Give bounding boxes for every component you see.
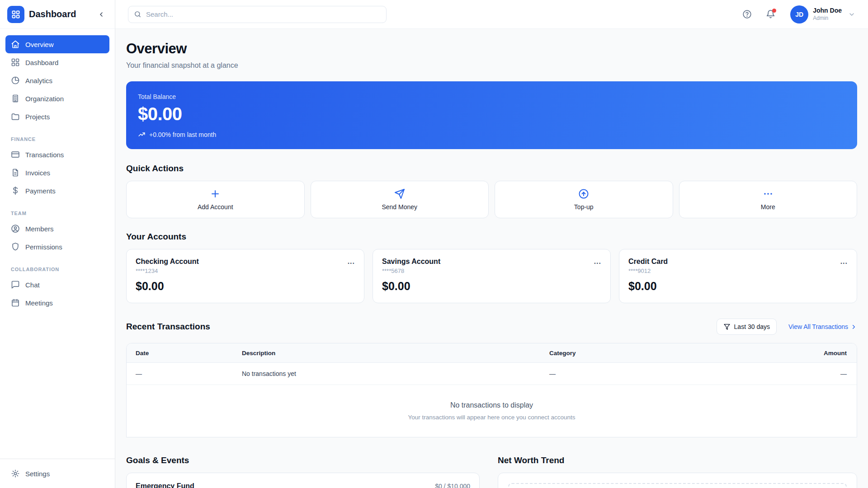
sidebar-item-label: Meetings: [25, 299, 53, 307]
empty-state-title: No transactions to display: [450, 401, 533, 409]
credit-card-icon: [11, 150, 20, 159]
send-money-button[interactable]: Send Money: [311, 181, 489, 218]
sidebar-item-label: Dashboard: [25, 59, 58, 66]
transactions-table-header: Date Description Category Amount: [127, 343, 857, 363]
sidebar-item-permissions[interactable]: Permissions: [5, 238, 109, 256]
account-amount: $0.00: [628, 280, 848, 293]
filter-icon: [723, 323, 731, 330]
sidebar-item-projects[interactable]: Projects: [5, 108, 109, 126]
sidebar-header: Dashboard: [0, 0, 115, 29]
avatar: JD: [790, 5, 808, 23]
app-logo: [7, 6, 24, 23]
goal-name: Emergency Fund: [136, 482, 435, 488]
account-menu-button[interactable]: ...: [345, 256, 358, 267]
net-worth-heading: Net Worth Trend: [498, 455, 857, 465]
date-filter-label: Last 30 days: [734, 323, 770, 330]
sidebar-item-settings[interactable]: Settings: [5, 465, 109, 483]
account-name: Checking Account: [136, 258, 355, 266]
sidebar-section-collaboration: COLLABORATION: [11, 267, 104, 272]
more-actions-button[interactable]: More: [679, 181, 858, 218]
account-card-checking[interactable]: ... Checking Account ****1234 $0.00: [126, 249, 364, 303]
sidebar-item-organization[interactable]: Organization: [5, 89, 109, 108]
app-title: Dashboard: [29, 9, 95, 19]
add-account-button[interactable]: Add Account: [126, 181, 305, 218]
date-filter-button[interactable]: Last 30 days: [717, 319, 777, 335]
sidebar-section-finance: FINANCE: [11, 136, 104, 142]
folder-icon: [11, 112, 20, 121]
quick-actions-row: Add Account Send Money Top-up More: [126, 181, 857, 218]
sidebar-item-label: Invoices: [25, 169, 50, 177]
chevron-right-icon: [850, 324, 857, 330]
search-icon: [134, 10, 142, 18]
goal-progress-label: $0 / $10,000: [435, 483, 470, 488]
account-menu-button[interactable]: ...: [591, 256, 604, 267]
your-accounts-heading: Your Accounts: [126, 232, 857, 242]
sidebar-item-label: Payments: [25, 187, 56, 195]
page-subtitle: Your financial snapshot at a glance: [126, 61, 857, 70]
sidebar-item-meetings[interactable]: Meetings: [5, 294, 109, 312]
quick-action-label: Top-up: [574, 203, 594, 211]
empty-state-subtitle: Your transactions will appear here once …: [408, 414, 575, 421]
account-name: Savings Account: [382, 258, 601, 266]
account-card-savings[interactable]: ... Savings Account ****5678 $0.00: [373, 249, 611, 303]
column-header-category: Category: [549, 350, 766, 357]
sidebar-collapse-button[interactable]: [95, 8, 108, 21]
table-row: — No transactions yet — —: [127, 363, 857, 385]
sidebar-item-payments[interactable]: Payments: [5, 182, 109, 200]
sidebar-item-label: Transactions: [25, 151, 64, 159]
quick-action-label: Send Money: [382, 203, 417, 211]
account-amount: $0.00: [136, 280, 355, 293]
sidebar-item-label: Settings: [25, 470, 50, 478]
notifications-button[interactable]: [762, 6, 778, 23]
sidebar-item-dashboard[interactable]: Dashboard: [5, 53, 109, 71]
total-balance-card: Total Balance $0.00 +0.00% from last mon…: [126, 81, 857, 149]
view-all-label: View All Transactions: [788, 323, 848, 330]
sidebar-item-label: Projects: [25, 113, 50, 121]
view-all-transactions-link[interactable]: View All Transactions: [788, 323, 857, 330]
goal-card-emergency-fund: Emergency Fund $0 / $10,000: [126, 473, 480, 488]
transactions-table: Date Description Category Amount — No tr…: [126, 343, 857, 437]
quick-action-label: Add Account: [198, 203, 233, 211]
top-up-button[interactable]: Top-up: [495, 181, 673, 218]
sidebar-item-chat[interactable]: Chat: [5, 276, 109, 294]
chat-icon: [11, 280, 20, 289]
cell-description: No transactions yet: [242, 370, 549, 377]
sidebar-item-invoices[interactable]: Invoices: [5, 164, 109, 182]
balance-amount: $0.00: [138, 104, 845, 124]
search-input[interactable]: [146, 10, 381, 18]
sidebar-item-analytics[interactable]: Analytics: [5, 71, 109, 89]
calendar-icon: [11, 298, 20, 307]
account-number: ****1234: [136, 267, 355, 274]
help-button[interactable]: [739, 6, 755, 23]
sidebar-item-label: Members: [25, 225, 54, 233]
sidebar-item-transactions[interactable]: Transactions: [5, 145, 109, 164]
sidebar-item-overview[interactable]: Overview: [5, 35, 109, 53]
page-title: Overview: [126, 41, 857, 57]
user-menu[interactable]: JD John Doe Admin: [790, 5, 855, 23]
quick-actions-heading: Quick Actions: [126, 164, 857, 174]
file-text-icon: [11, 168, 20, 177]
home-icon: [11, 40, 20, 49]
trending-up-icon: [138, 131, 146, 138]
user-circle-icon: [11, 224, 20, 233]
top-header: JD John Doe Admin: [115, 0, 868, 29]
main-content: Overview Your financial snapshot at a gl…: [115, 29, 868, 488]
building-icon: [11, 94, 20, 103]
help-circle-icon: [742, 9, 752, 19]
sidebar-item-members[interactable]: Members: [5, 220, 109, 238]
account-card-credit[interactable]: ... Credit Card ****9012 $0.00: [619, 249, 857, 303]
chevron-left-icon: [98, 11, 105, 18]
shield-icon: [11, 242, 20, 251]
notification-dot: [772, 9, 776, 13]
account-name: Credit Card: [628, 258, 848, 266]
net-worth-card: [498, 473, 857, 488]
user-name: John Doe: [813, 7, 842, 15]
ellipsis-icon: [763, 188, 774, 199]
account-menu-button[interactable]: ...: [838, 256, 850, 267]
sidebar-nav: Overview Dashboard Analytics Organizatio…: [0, 29, 115, 459]
sidebar-item-label: Chat: [25, 281, 40, 289]
search-bar[interactable]: [128, 6, 387, 23]
dashboard-logo-icon: [11, 10, 20, 19]
plus-icon: [210, 188, 221, 199]
transactions-empty-state: No transactions to display Your transact…: [127, 385, 857, 437]
